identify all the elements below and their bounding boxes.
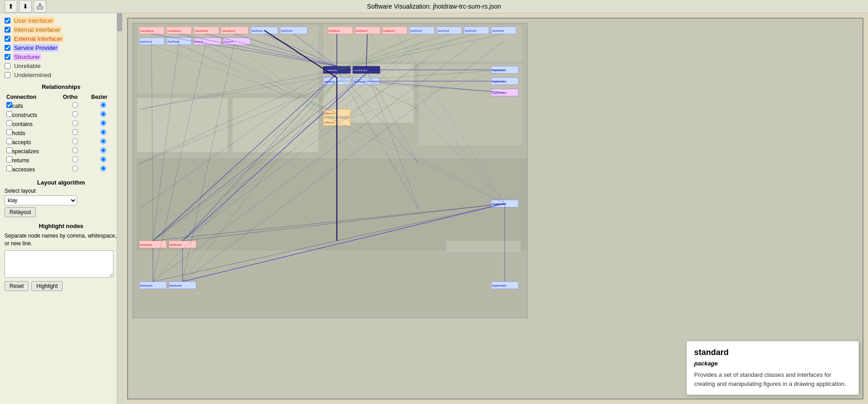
- layout-section: Layout algorithm Select layout klaydagre…: [5, 179, 118, 217]
- radio-bezier-accesses[interactable]: [100, 165, 106, 171]
- svg-text:SvcProv1: SvcProv1: [252, 29, 263, 32]
- download-button[interactable]: ⬇: [19, 0, 32, 13]
- conn-label-constructs: constructs: [12, 112, 37, 118]
- svg-text:UserIface3: UserIface3: [195, 29, 208, 32]
- checkbox-undetermined[interactable]: [5, 72, 10, 78]
- export-button[interactable]: [34, 0, 46, 13]
- main-container: User InterfacerInternal InterfacerExtern…: [0, 13, 868, 404]
- conn-label-accesses: accesses: [12, 166, 35, 173]
- radio-ortho-returns[interactable]: [72, 156, 78, 162]
- svg-text:ExtIface3: ExtIface3: [383, 29, 395, 32]
- tooltip-title: standard: [694, 348, 851, 357]
- label-unreliable: Unreliable: [13, 62, 42, 70]
- svg-text:BotNode3: BotNode3: [140, 284, 153, 287]
- sidebar-scrollbar[interactable]: [117, 13, 122, 404]
- node-type-external-interfacer[interactable]: External Interfacer: [5, 35, 118, 43]
- node-type-user-interfacer[interactable]: User Interfacer: [5, 17, 118, 24]
- checkbox-internal-interfacer[interactable]: [5, 27, 10, 33]
- radio-ortho-holds[interactable]: [72, 129, 78, 135]
- col-ortho-header: Ortho: [61, 93, 89, 101]
- conn-label-accepts: accepts: [12, 139, 31, 146]
- highlight-button[interactable]: Highlight: [31, 281, 63, 291]
- svg-rect-7: [232, 98, 319, 152]
- radio-bezier-accepts[interactable]: [100, 138, 106, 144]
- svg-rect-10: [446, 241, 521, 252]
- connection-row-holds: holds: [5, 128, 118, 137]
- checkbox-conn-returns[interactable]: [6, 156, 12, 162]
- checkbox-structurer[interactable]: [5, 54, 10, 60]
- svg-text:SvcProv5: SvcProv5: [465, 29, 477, 32]
- scrollbar-thumb[interactable]: [117, 13, 122, 31]
- relayout-button[interactable]: Relayout: [5, 207, 36, 217]
- node-type-structurer[interactable]: Structurer: [5, 53, 118, 61]
- connection-row-accepts: accepts: [5, 137, 118, 146]
- highlight-desc: Separate node names by comma, whitespace…: [5, 232, 118, 248]
- radio-ortho-constructs[interactable]: [72, 111, 78, 117]
- node-type-undetermined[interactable]: Undetermined: [5, 71, 118, 79]
- upload-button[interactable]: ⬆: [5, 0, 17, 13]
- svg-text:Struct2: Struct2: [224, 40, 233, 43]
- connection-row-accesses: accesses: [5, 165, 118, 174]
- node-type-internal-interfacer[interactable]: Internal Interfacer: [5, 26, 118, 34]
- checkbox-conn-calls[interactable]: [6, 102, 12, 108]
- svg-text:BotNode1: BotNode1: [140, 243, 153, 246]
- checkbox-user-interfacer[interactable]: [5, 18, 10, 24]
- label-internal-interfacer: Internal Interfacer: [13, 26, 62, 34]
- radio-ortho-calls[interactable]: [72, 102, 78, 108]
- radio-ortho-contains[interactable]: [72, 120, 78, 126]
- highlight-title: Highlight nodes: [5, 223, 118, 229]
- radio-bezier-calls[interactable]: [100, 102, 106, 108]
- svg-rect-6: [137, 98, 228, 152]
- layout-title: Layout algorithm: [5, 179, 118, 186]
- connection-row-specializes: specializes: [5, 146, 118, 156]
- conn-label-calls: calls: [12, 103, 23, 109]
- svg-text:SvcProv2: SvcProv2: [281, 29, 293, 32]
- checkbox-conn-specializes[interactable]: [6, 147, 12, 153]
- checkbox-service-provider[interactable]: [5, 45, 10, 51]
- sidebar: User InterfacerInternal InterfacerExtern…: [0, 13, 123, 404]
- checkbox-unreliable[interactable]: [5, 63, 10, 69]
- svg-text:IntIface2: IntIface2: [324, 121, 335, 124]
- connection-row-contains: contains: [5, 119, 118, 128]
- radio-ortho-specializes[interactable]: [72, 147, 78, 153]
- reset-button[interactable]: Reset: [5, 281, 29, 291]
- tooltip-type: package: [694, 360, 851, 367]
- connection-row-calls: calls: [5, 101, 118, 110]
- checkbox-conn-holds[interactable]: [6, 129, 12, 135]
- svg-text:UserIface4: UserIface4: [222, 29, 236, 32]
- label-external-interfacer: External Interfacer: [13, 35, 64, 43]
- radio-bezier-constructs[interactable]: [100, 111, 106, 117]
- node-types-section: User InterfacerInternal InterfacerExtern…: [5, 17, 118, 79]
- highlight-textarea[interactable]: [5, 250, 113, 277]
- relationships-table: Connection Ortho Bezier callsconstructsc…: [5, 93, 118, 174]
- checkbox-external-interfacer[interactable]: [5, 36, 10, 42]
- label-structurer: Structurer: [13, 53, 41, 61]
- checkbox-conn-contains[interactable]: [6, 120, 12, 126]
- layout-select[interactable]: klaydagrebreadthfirstcirclegrid: [5, 195, 77, 205]
- conn-label-holds: holds: [12, 130, 25, 136]
- checkbox-conn-accesses[interactable]: [6, 165, 12, 171]
- conn-label-contains: contains: [12, 121, 33, 127]
- tooltip-panel: standard package Provides a set of stand…: [686, 341, 859, 395]
- radio-bezier-returns[interactable]: [100, 156, 106, 162]
- radio-bezier-specializes[interactable]: [100, 147, 106, 153]
- radio-ortho-accepts[interactable]: [72, 138, 78, 144]
- radio-bezier-contains[interactable]: [100, 120, 106, 126]
- svg-text:SvcProv3: SvcProv3: [410, 29, 422, 32]
- svg-text:RightNode5: RightNode5: [492, 284, 507, 287]
- node-type-service-provider[interactable]: Service Provider: [5, 44, 118, 52]
- connection-row-constructs: constructs: [5, 110, 118, 119]
- checkbox-conn-constructs[interactable]: [6, 111, 12, 117]
- checkbox-conn-accepts[interactable]: [6, 138, 12, 144]
- svg-text:SvcProv6: SvcProv6: [492, 29, 504, 32]
- node-type-unreliable[interactable]: Unreliable: [5, 62, 118, 70]
- col-bezier-header: Bezier: [89, 93, 118, 101]
- svg-text:SvcProv4: SvcProv4: [438, 29, 449, 32]
- svg-text:BotNode2: BotNode2: [170, 243, 182, 246]
- toolbar: ⬆ ⬇: [5, 0, 46, 13]
- graph-area[interactable]: UserIface1 UserIface2 UserIface3 UserIfa…: [123, 13, 868, 404]
- radio-ortho-accesses[interactable]: [72, 165, 78, 171]
- col-connection-header: Connection: [5, 93, 61, 101]
- tooltip-desc: Provides a set of standard classes and i…: [694, 370, 851, 388]
- radio-bezier-holds[interactable]: [100, 129, 106, 135]
